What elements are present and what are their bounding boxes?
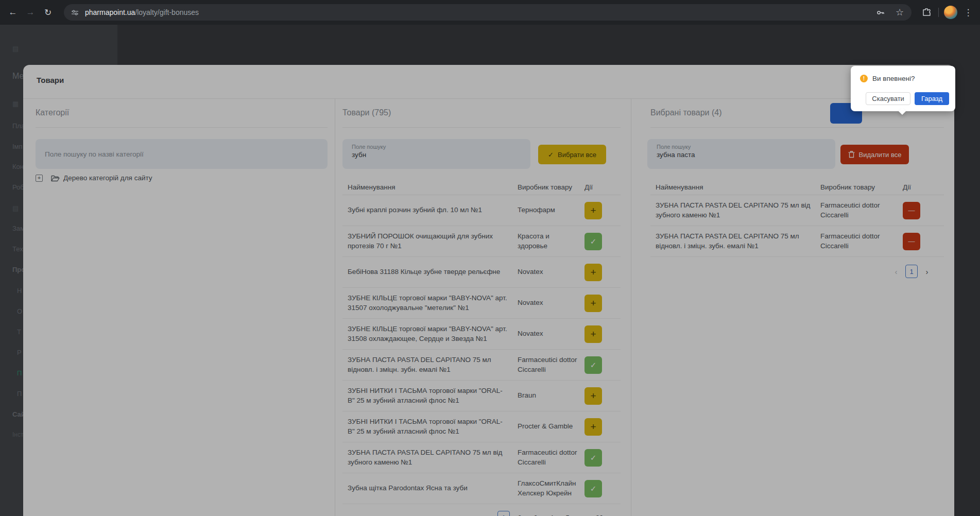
avatar xyxy=(944,6,957,19)
reload-icon[interactable]: ↻ xyxy=(39,4,57,21)
site-info-icon[interactable] xyxy=(71,9,79,16)
url-text: pharmapoint.ua/loyalty/gift-bonuses xyxy=(85,8,199,16)
popover-buttons: Скасувати Гаразд xyxy=(866,92,949,105)
dim-overlay xyxy=(0,25,980,516)
popover-message: Ви впевнені? xyxy=(872,75,915,82)
forward-icon[interactable]: → xyxy=(22,4,39,21)
bookmark-star-icon[interactable]: ☆ xyxy=(891,4,908,21)
password-key-icon[interactable] xyxy=(871,4,889,21)
browser-menu-icon[interactable]: ⋮ xyxy=(959,4,977,21)
profile-avatar[interactable] xyxy=(942,4,959,21)
warning-icon: ! xyxy=(860,75,868,82)
ok-button[interactable]: Гаразд xyxy=(915,92,949,105)
popover-message-row: ! Ви впевнені? xyxy=(851,66,955,82)
url-path: /loyalty/gift-bonuses xyxy=(135,8,199,16)
omnibox-actions: ☆ xyxy=(871,4,908,21)
url-host: pharmapoint.ua xyxy=(85,8,135,16)
browser-toolbar: ← → ↻ pharmapoint.ua/loyalty/gift-bonuse… xyxy=(0,0,980,25)
address-bar[interactable]: pharmapoint.ua/loyalty/gift-bonuses ☆ xyxy=(64,4,912,21)
screen: ← → ↻ pharmapoint.ua/loyalty/gift-bonuse… xyxy=(0,0,980,516)
confirm-popover: ! Ви впевнені? Скасувати Гаразд xyxy=(851,66,955,111)
back-icon[interactable]: ← xyxy=(4,4,22,21)
toolbar-separator xyxy=(938,8,939,17)
extensions-puzzle-icon[interactable] xyxy=(918,4,935,21)
cancel-button[interactable]: Скасувати xyxy=(866,92,910,105)
